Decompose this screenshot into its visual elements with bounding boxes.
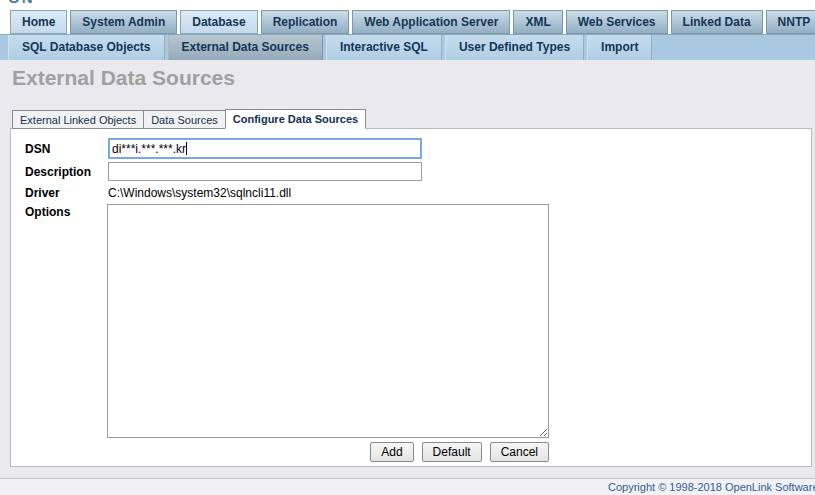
secondary-tab-bar: SQL Database Objects External Data Sourc… — [0, 34, 815, 60]
tab-linked-data[interactable]: Linked Data — [671, 10, 763, 34]
tab-external-data-sources[interactable]: External Data Sources — [168, 35, 323, 61]
tab-interactive-sql[interactable]: Interactive SQL — [326, 35, 442, 61]
tab-sql-database-objects[interactable]: SQL Database Objects — [8, 35, 165, 61]
options-label: Options — [25, 205, 70, 219]
subtab-configure-data-sources[interactable]: Configure Data Sources — [225, 109, 366, 129]
subtab-data-sources[interactable]: Data Sources — [143, 110, 225, 129]
description-input[interactable] — [108, 162, 422, 181]
tab-system-admin[interactable]: System Admin — [70, 10, 177, 34]
tab-home[interactable]: Home — [10, 10, 67, 34]
driver-value: C:\Windows\system32\sqlncli11.dll — [108, 186, 291, 200]
configure-data-sources-panel: DSN di***i.***.***.kr Description Driver… — [10, 128, 812, 467]
conductor-page: { "logo": { "clipped_text": "ON" }, "nav… — [0, 0, 815, 495]
button-row: Add Default Cancel — [107, 442, 549, 462]
primary-tab-bar: Home System Admin Database Replication W… — [10, 10, 815, 34]
subtab-external-linked-objects[interactable]: External Linked Objects — [12, 110, 143, 129]
dsn-value: di***i.***.***.kr — [112, 142, 186, 156]
copyright-text: Copyright © 1998-2018 OpenLink Software — [608, 481, 815, 493]
tab-web-services[interactable]: Web Services — [566, 10, 668, 34]
tab-database[interactable]: Database — [180, 10, 257, 34]
tab-nntp[interactable]: NNTP — [766, 10, 815, 34]
cancel-button[interactable]: Cancel — [490, 442, 549, 462]
tab-web-application-server[interactable]: Web Application Server — [352, 10, 510, 34]
tab-user-defined-types[interactable]: User Defined Types — [445, 35, 584, 61]
dsn-label: DSN — [25, 142, 50, 156]
clipped-logo-text: ON — [8, 0, 68, 8]
driver-label: Driver — [25, 186, 60, 200]
description-label: Description — [25, 165, 91, 179]
subtab-bar: External Linked Objects Data Sources Con… — [12, 109, 366, 129]
dsn-input[interactable]: di***i.***.***.kr — [108, 138, 422, 159]
default-button[interactable]: Default — [422, 442, 482, 462]
text-caret — [186, 142, 187, 155]
options-textarea[interactable] — [107, 204, 549, 438]
add-button[interactable]: Add — [370, 442, 413, 462]
tab-xml[interactable]: XML — [513, 10, 562, 34]
tab-replication[interactable]: Replication — [261, 10, 350, 34]
page-title: External Data Sources — [12, 66, 235, 90]
tab-import[interactable]: Import — [587, 35, 652, 61]
